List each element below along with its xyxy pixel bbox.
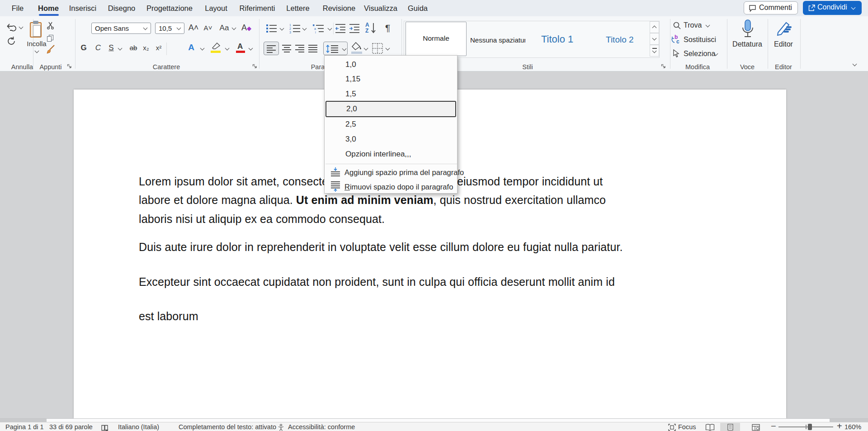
menu-item-remove-space-after[interactable]: Rimuovi spazio dopo il paragrafo	[325, 180, 457, 194]
style-heading1[interactable]: Titolo 1	[541, 33, 573, 45]
change-case-button[interactable]: Aa	[220, 24, 229, 33]
editor-pen-icon[interactable]	[775, 20, 793, 37]
page-indicator[interactable]: Pagina 1 di 1	[5, 423, 44, 431]
multilevel-list-icon[interactable]: ai	[313, 24, 325, 33]
borders-chevron-icon[interactable]	[386, 46, 390, 51]
select-label[interactable]: Seleziona	[684, 50, 715, 58]
align-left-button[interactable]	[264, 42, 279, 55]
horizontal-scrollbar[interactable]	[0, 418, 868, 422]
shading-icon[interactable]	[351, 42, 363, 55]
font-color-button[interactable]: A	[236, 42, 245, 54]
tab-disegno[interactable]: Disegno	[108, 0, 136, 16]
clear-formatting-button[interactable]: A◆	[241, 23, 251, 33]
strikethrough-button[interactable]: ab	[130, 44, 137, 52]
menu-item-add-space-before[interactable]: Aggiungi spazio prima del paragrafo	[325, 165, 457, 180]
read-mode-icon[interactable]	[705, 423, 715, 431]
word-count[interactable]: 33 di 69 parole	[49, 423, 93, 431]
tab-visualizza[interactable]: Visualizza	[364, 0, 397, 16]
find-icon[interactable]	[673, 21, 681, 30]
format-painter-icon[interactable]	[45, 44, 56, 55]
menu-item-2-0-selected[interactable]: 2,0	[326, 101, 456, 117]
line-spacing-chevron-icon[interactable]	[342, 47, 347, 51]
tab-revisione[interactable]: Revisione	[323, 0, 355, 16]
replace-label[interactable]: Sostituisci	[684, 36, 716, 44]
highlight-chevron-icon[interactable]	[225, 46, 230, 51]
tab-guida[interactable]: Guida	[408, 0, 428, 16]
tab-lettere[interactable]: Lettere	[286, 0, 309, 16]
shrink-font-button[interactable]: A˅	[204, 24, 212, 32]
zoom-out-button[interactable]: −	[771, 422, 776, 430]
font-name-combo[interactable]: Open Sans	[91, 23, 151, 34]
redo-repeat-icon[interactable]	[6, 36, 16, 46]
grow-font-button[interactable]: A˄	[189, 23, 199, 33]
font-color-chevron-icon[interactable]	[249, 46, 253, 51]
share-button[interactable]: Condividi	[803, 1, 862, 15]
align-center-icon[interactable]	[282, 45, 292, 52]
paste-icon[interactable]	[30, 21, 43, 38]
clipboard-dialog-launcher-icon[interactable]	[67, 64, 72, 69]
styles-scroll-up[interactable]	[650, 21, 659, 33]
style-heading2[interactable]: Titolo 2	[606, 35, 634, 45]
dictate-label[interactable]: Dettatura	[732, 40, 762, 48]
superscript-button[interactable]: x²	[156, 44, 162, 52]
replace-icon[interactable]: b c	[671, 35, 681, 44]
zoom-slider-thumb[interactable]	[808, 424, 812, 430]
style-normal[interactable]: Normale	[406, 22, 467, 56]
shading-chevron-icon[interactable]	[364, 46, 368, 51]
focus-mode-button[interactable]: Focus	[678, 423, 696, 431]
text-effects-button[interactable]: A	[188, 43, 194, 52]
tab-riferimenti[interactable]: Riferimenti	[240, 0, 275, 16]
font-dialog-launcher-icon[interactable]	[252, 64, 257, 69]
style-no-spacing[interactable]: Nessuna spaziatura	[470, 36, 525, 44]
menu-item-2-5[interactable]: 2,5	[326, 117, 456, 132]
paste-label[interactable]: Incolla	[27, 40, 46, 47]
styles-more-button[interactable]	[650, 45, 659, 57]
share-chevron-icon[interactable]	[851, 5, 856, 10]
dictate-microphone-icon[interactable]	[740, 19, 755, 39]
bold-button[interactable]: G	[80, 43, 86, 52]
zoom-level[interactable]: 160%	[844, 423, 861, 431]
justify-icon[interactable]	[308, 45, 318, 52]
menu-item-1-0[interactable]: 1,0	[326, 57, 456, 72]
menu-item-1-15[interactable]: 1,15	[326, 72, 456, 86]
print-layout-button-selected[interactable]	[720, 423, 740, 431]
text-effects-chevron-icon[interactable]	[200, 46, 205, 51]
comments-button[interactable]: Commenti	[744, 1, 798, 14]
pilcrow-icon[interactable]: ¶	[385, 23, 390, 33]
numbering-chevron-icon[interactable]	[302, 26, 307, 31]
undo-chevron-icon[interactable]	[19, 25, 24, 29]
tab-inserisci[interactable]: Inserisci	[69, 0, 97, 16]
menu-item-3-0[interactable]: 3,0	[326, 132, 456, 147]
tab-progettazione[interactable]: Progettazione	[146, 0, 193, 16]
multilevel-chevron-icon[interactable]	[328, 26, 332, 31]
select-icon[interactable]	[673, 49, 680, 58]
paste-chevron-icon[interactable]	[35, 49, 39, 53]
styles-dialog-launcher-icon[interactable]	[661, 64, 666, 69]
underline-button[interactable]: S	[108, 43, 113, 52]
underline-chevron-icon[interactable]	[118, 46, 123, 51]
align-right-icon[interactable]	[295, 45, 305, 52]
web-layout-icon[interactable]	[752, 423, 760, 431]
copy-icon[interactable]	[47, 35, 54, 42]
sort-icon[interactable]: A Z	[365, 23, 378, 35]
borders-icon[interactable]	[372, 43, 383, 54]
tab-layout[interactable]: Layout	[205, 0, 227, 16]
subscript-button[interactable]: x₂	[143, 44, 149, 52]
find-label[interactable]: Trova	[684, 21, 702, 29]
proofing-icon[interactable]	[101, 424, 109, 431]
accessibility-status[interactable]: Accessibilità: conforme	[288, 423, 355, 431]
undo-icon[interactable]	[6, 22, 17, 32]
highlight-button[interactable]	[211, 43, 222, 53]
font-size-combo[interactable]: 10,5	[155, 23, 184, 34]
find-chevron-icon[interactable]	[706, 23, 710, 28]
bullets-icon[interactable]	[266, 24, 278, 33]
numbering-icon[interactable]: 123	[289, 24, 301, 33]
line-spacing-button[interactable]	[323, 42, 348, 55]
text-completion-status[interactable]: Completamento del testo: attivato	[179, 423, 276, 431]
cut-icon[interactable]	[47, 22, 54, 29]
collapse-ribbon-chevron-icon[interactable]	[853, 62, 857, 66]
zoom-in-button[interactable]: +	[837, 422, 842, 430]
change-case-chevron-icon[interactable]	[232, 26, 236, 30]
editor-label[interactable]: Editor	[774, 40, 793, 48]
decrease-indent-icon[interactable]	[335, 24, 346, 33]
